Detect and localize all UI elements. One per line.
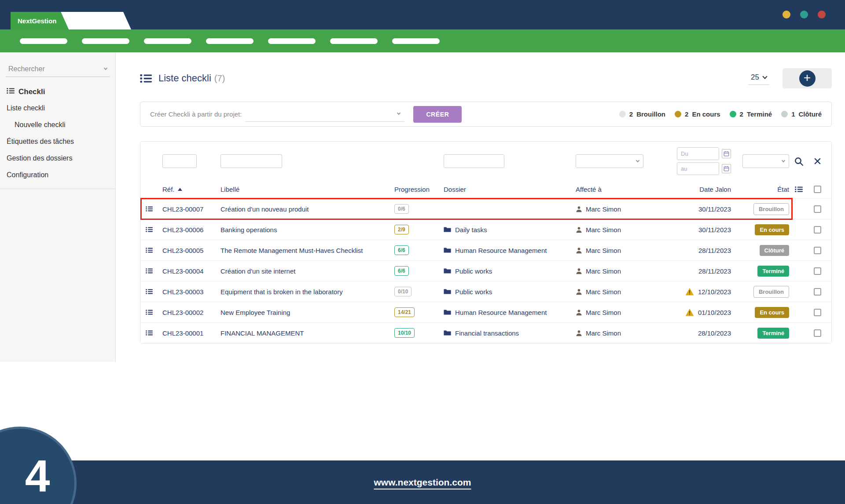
libelle-cell[interactable]: FINANCIAL MANAGEMENT (220, 329, 394, 337)
row-checkbox[interactable] (814, 226, 821, 234)
dossier-cell[interactable]: Public works (444, 267, 576, 275)
row-checkbox[interactable] (814, 205, 821, 213)
close-icon[interactable] (814, 157, 821, 165)
ref-link[interactable]: CHL23-00007 (162, 205, 220, 213)
blank-tab[interactable] (61, 12, 131, 29)
sidebar-item-gestion-dossiers[interactable]: Gestion des dossiers (0, 150, 115, 167)
dossier-filter-input[interactable] (444, 154, 504, 168)
folder-icon (444, 330, 451, 336)
affecte-name: Marc Simon (586, 309, 621, 316)
dossier-cell[interactable]: Human Resource Management (444, 309, 576, 316)
sidebar-search-select[interactable]: Rechercher (6, 61, 110, 77)
date-from-input[interactable] (677, 147, 719, 160)
table-row[interactable]: CHL23-00001 FINANCIAL MANAGEMENT 10/10 F… (140, 322, 831, 343)
status-badge: Clôturé (760, 245, 790, 256)
person-icon (576, 309, 582, 316)
date-to-input[interactable] (677, 162, 719, 175)
ref-link[interactable]: CHL23-00005 (162, 247, 220, 254)
select-all-checkbox[interactable] (814, 186, 821, 193)
table-row[interactable]: CHL23-00003 Equipment that is broken in … (140, 281, 831, 302)
affecte-name: Marc Simon (586, 329, 621, 337)
header-affecte[interactable]: Affecté à (576, 186, 661, 193)
checklist-icon (146, 289, 162, 295)
calendar-icon[interactable] (722, 149, 731, 158)
brand-tab[interactable]: NextGestion (11, 12, 69, 29)
folder-icon (444, 226, 451, 233)
header-ref[interactable]: Réf. (162, 186, 220, 193)
nav-pill-5[interactable] (268, 38, 316, 44)
checklist-icon (140, 73, 152, 84)
status-badge: Brouillon (753, 203, 789, 215)
date-cell: 28/11/2023 (661, 247, 731, 254)
nav-pill-4[interactable] (206, 38, 254, 44)
dossier-label: Human Resource Management (455, 309, 547, 316)
calendar-icon[interactable] (722, 164, 731, 173)
page-title: Liste checkli (158, 73, 211, 84)
nav-pill-1[interactable] (20, 38, 67, 44)
legend-count: 1 (791, 110, 795, 118)
libelle-cell[interactable]: The Remote Management Must-Haves Checkli… (220, 247, 394, 254)
creer-button[interactable]: CRÉER (413, 106, 462, 123)
ref-link[interactable]: CHL23-00002 (162, 309, 220, 316)
libelle-cell[interactable]: Création d'un site internet (220, 267, 394, 275)
affecte-filter-select[interactable] (576, 154, 643, 168)
sidebar-item-etiquettes[interactable]: Étiquettes des tâches (0, 133, 115, 150)
libelle-filter-input[interactable] (220, 154, 282, 168)
date-value: 28/11/2023 (698, 267, 731, 275)
date-value: 12/10/2023 (698, 288, 731, 296)
close-dot-icon[interactable] (818, 11, 826, 18)
nav-pill-7[interactable] (392, 38, 440, 44)
maximize-dot-icon[interactable] (800, 11, 808, 18)
nav-pill-6[interactable] (330, 38, 378, 44)
sidebar-item-liste-checkli[interactable]: Liste checkli (0, 100, 115, 117)
en-cours-dot-icon (675, 111, 681, 117)
row-checkbox[interactable] (814, 267, 821, 275)
table-row[interactable]: CHL23-00002 New Employee Training 14/21 … (140, 302, 831, 322)
project-select[interactable] (245, 107, 404, 122)
ref-link[interactable]: CHL23-00006 (162, 226, 220, 234)
date-cell: 12/10/2023 (661, 288, 731, 296)
footer-url[interactable]: www.nextgestion.com (374, 477, 471, 488)
header-date[interactable]: Date Jalon (661, 186, 731, 193)
table-row[interactable]: CHL23-00007 Création d'un nouveau produi… (140, 198, 831, 219)
legend-label: Terminé (747, 110, 772, 118)
table-row[interactable]: CHL23-00004 Création d'un site internet … (140, 260, 831, 281)
dossier-cell[interactable]: Financial transactions (444, 329, 576, 337)
status-badge: Terminé (757, 328, 789, 339)
etat-filter-select[interactable] (742, 154, 789, 168)
libelle-cell[interactable]: Création d'un nouveau produit (220, 205, 394, 213)
libelle-cell[interactable]: Banking operations (220, 226, 394, 234)
add-checkli-button[interactable]: + (783, 68, 832, 88)
header-etat[interactable]: État (731, 186, 789, 193)
nav-pill-2[interactable] (82, 38, 129, 44)
sidebar-item-configuration[interactable]: Configuration (0, 167, 115, 183)
main-nav-bar (0, 29, 845, 52)
ref-link[interactable]: CHL23-00001 (162, 329, 220, 337)
ref-filter-input[interactable] (162, 154, 197, 168)
row-checkbox[interactable] (814, 288, 821, 296)
dossier-cell[interactable]: Human Resource Management (444, 247, 576, 254)
ref-link[interactable]: CHL23-00004 (162, 267, 220, 275)
minimize-dot-icon[interactable] (783, 11, 790, 18)
nav-pill-3[interactable] (144, 38, 191, 44)
page-size-select[interactable]: 25 (748, 72, 769, 85)
row-checkbox[interactable] (814, 309, 821, 316)
status-badge: En cours (755, 224, 789, 235)
header-progression[interactable]: Progression (394, 186, 444, 193)
sidebar-item-nouvelle-checkli[interactable]: Nouvelle checkli (0, 117, 115, 133)
libelle-cell[interactable]: New Employee Training (220, 309, 394, 316)
row-checkbox[interactable] (814, 329, 821, 337)
table-row[interactable]: CHL23-00006 Banking operations 2/9 Daily… (140, 219, 831, 240)
status-badge: Terminé (757, 266, 789, 277)
columns-list-icon[interactable] (795, 186, 803, 193)
header-libelle[interactable]: Libellé (220, 186, 394, 193)
header-dossier[interactable]: Dossier (444, 186, 576, 193)
ref-link[interactable]: CHL23-00003 (162, 288, 220, 296)
dossier-cell[interactable]: Public works (444, 288, 576, 296)
search-icon[interactable] (794, 157, 804, 166)
affecte-cell: Marc Simon (576, 247, 661, 254)
libelle-cell[interactable]: Equipment that is broken in the laborato… (220, 288, 394, 296)
table-row[interactable]: CHL23-00005 The Remote Management Must-H… (140, 240, 831, 260)
dossier-cell[interactable]: Daily tasks (444, 226, 576, 234)
row-checkbox[interactable] (814, 247, 821, 254)
